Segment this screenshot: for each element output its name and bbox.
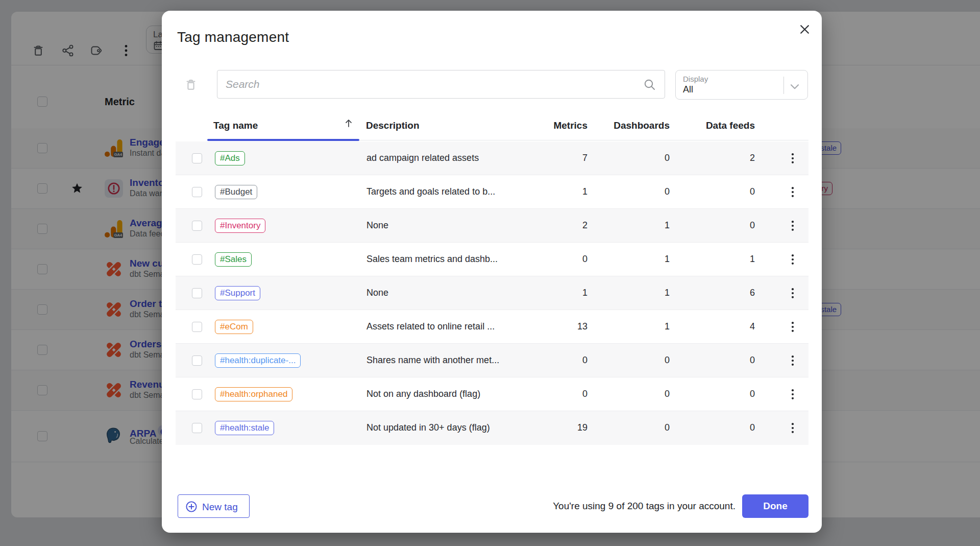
tag-row-checkbox[interactable] <box>192 322 202 332</box>
tag-feeds-count: 0 <box>724 355 755 366</box>
modal-title: Tag management <box>177 29 289 45</box>
new-tag-label: New tag <box>202 502 238 513</box>
tag-row-checkbox[interactable] <box>192 153 202 163</box>
tag-feeds-count: 0 <box>724 220 755 231</box>
tag-dashboards-count: 0 <box>639 186 670 197</box>
tag-row-menu-button[interactable] <box>791 288 795 299</box>
tag-feeds-count: 2 <box>724 153 755 163</box>
tag-search-box <box>217 70 665 99</box>
tag-feeds-count: 0 <box>724 389 755 399</box>
tag-row[interactable]: #Support None 1 1 6 <box>176 276 808 310</box>
tag-metrics-count: 13 <box>557 321 587 332</box>
tag-description: None <box>366 288 388 298</box>
tag-metrics-count: 2 <box>557 220 587 231</box>
tag-row-menu-button[interactable] <box>791 321 795 333</box>
tag-row-checkbox[interactable] <box>192 187 202 197</box>
tag-pill: #health:duplicate-... <box>215 353 301 368</box>
tag-dashboards-count: 0 <box>639 422 670 433</box>
column-header-dashboards[interactable]: Dashboards <box>614 120 670 131</box>
search-input[interactable] <box>226 70 634 98</box>
tag-row-checkbox[interactable] <box>192 254 202 265</box>
display-filter-label: Display <box>683 75 708 83</box>
tag-metrics-count: 0 <box>557 389 587 399</box>
tag-feeds-count: 0 <box>724 186 755 197</box>
tag-feeds-count: 1 <box>724 254 755 265</box>
tag-management-modal: Tag management Display All Tag name Desc… <box>162 11 822 533</box>
tag-row[interactable]: #Budget Targets and goals related to b..… <box>176 175 808 209</box>
tag-row[interactable]: #Ads ad campaign related assets 7 0 2 <box>176 141 808 175</box>
tag-dashboards-count: 0 <box>639 389 670 399</box>
tag-row[interactable]: #health:orphaned Not on any dashboard (f… <box>176 377 808 411</box>
tag-table-header: Tag name Description Metrics Dashboards … <box>162 115 822 139</box>
tag-table-body: #Ads ad campaign related assets 7 0 2 #B… <box>176 141 808 445</box>
tag-description: Targets and goals related to b... <box>366 186 495 197</box>
tag-dashboards-count: 1 <box>639 254 670 265</box>
tag-dashboards-count: 0 <box>639 355 670 366</box>
tag-pill: #health:orphaned <box>215 387 292 401</box>
tag-description: Shares name with another met... <box>366 355 499 366</box>
tag-row-menu-button[interactable] <box>791 220 795 231</box>
tag-pill: #Sales <box>215 252 252 267</box>
tag-row-checkbox[interactable] <box>192 423 202 433</box>
tag-row-menu-button[interactable] <box>791 422 795 434</box>
tag-metrics-count: 19 <box>557 422 587 433</box>
tag-metrics-count: 0 <box>557 254 587 265</box>
tag-description: Not updated in 30+ days (flag) <box>366 422 490 433</box>
tag-row-menu-button[interactable] <box>791 186 795 198</box>
tag-row[interactable]: #health:stale Not updated in 30+ days (f… <box>176 411 808 445</box>
tag-pill: #eCom <box>215 320 253 334</box>
tag-metrics-count: 7 <box>557 153 587 163</box>
tag-description: ad campaign related assets <box>366 153 479 163</box>
display-filter-select[interactable]: Display All <box>675 70 808 100</box>
tag-pill: #Ads <box>215 151 245 165</box>
done-label: Done <box>763 501 788 511</box>
tag-metrics-count: 0 <box>557 355 587 366</box>
tag-description: Not on any dashboard (flag) <box>366 389 480 399</box>
column-header-data-feeds[interactable]: Data feeds <box>706 120 755 131</box>
sort-ascending-icon[interactable] <box>345 118 353 128</box>
column-header-tag-name[interactable]: Tag name <box>213 120 258 131</box>
column-header-description[interactable]: Description <box>366 120 420 131</box>
tag-metrics-count: 1 <box>557 186 587 197</box>
tag-description: Sales team metrics and dashb... <box>366 254 498 265</box>
trash-icon <box>185 84 197 93</box>
close-icon <box>800 27 810 36</box>
select-divider <box>783 77 784 94</box>
tag-row[interactable]: #Sales Sales team metrics and dashb... 0… <box>176 243 808 276</box>
tag-row-checkbox[interactable] <box>192 355 202 366</box>
sorted-column-underline <box>207 139 359 141</box>
new-tag-button[interactable]: New tag <box>178 494 250 518</box>
tag-dashboards-count: 1 <box>639 321 670 332</box>
tag-metrics-count: 1 <box>557 288 587 298</box>
tag-row-checkbox[interactable] <box>192 221 202 231</box>
done-button[interactable]: Done <box>742 494 808 518</box>
plus-circle-icon <box>185 501 198 513</box>
search-icon <box>643 78 656 91</box>
header-divider <box>359 140 808 140</box>
tag-feeds-count: 6 <box>724 288 755 298</box>
tag-row[interactable]: #eCom Assets related to online retail ..… <box>176 310 808 344</box>
tag-dashboards-count: 0 <box>639 153 670 163</box>
tag-pill: #Support <box>215 286 260 300</box>
tag-usage-text: You're using 9 of 200 tags in your accou… <box>553 501 736 512</box>
delete-tags-button-disabled[interactable] <box>185 78 197 91</box>
tag-pill: #Budget <box>215 185 257 199</box>
tag-feeds-count: 4 <box>724 321 755 332</box>
tag-description: None <box>366 220 388 231</box>
tag-description: Assets related to online retail ... <box>366 321 495 332</box>
tag-row-menu-button[interactable] <box>791 254 795 265</box>
tag-dashboards-count: 1 <box>639 220 670 231</box>
tag-row[interactable]: #health:duplicate-... Shares name with a… <box>176 344 808 377</box>
column-header-metrics[interactable]: Metrics <box>553 120 587 131</box>
tag-row-checkbox[interactable] <box>192 389 202 399</box>
display-filter-value: All <box>683 84 693 95</box>
tag-row-menu-button[interactable] <box>791 355 795 366</box>
tag-row-checkbox[interactable] <box>192 288 202 298</box>
close-button[interactable] <box>800 25 810 35</box>
tag-feeds-count: 0 <box>724 422 755 433</box>
tag-row-menu-button[interactable] <box>791 389 795 400</box>
tag-row[interactable]: #Inventory None 2 1 0 <box>176 209 808 243</box>
tag-row-menu-button[interactable] <box>791 153 795 164</box>
tag-pill: #Inventory <box>215 219 265 233</box>
tag-pill: #health:stale <box>215 421 274 435</box>
